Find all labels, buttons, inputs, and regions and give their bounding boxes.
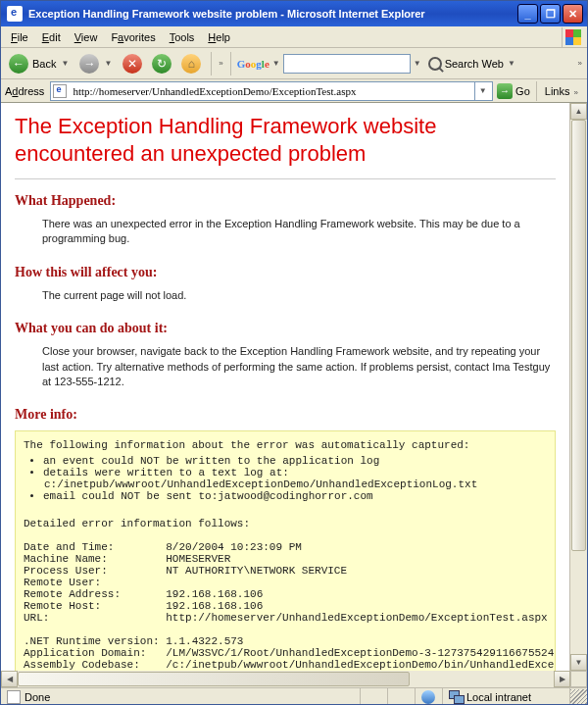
scroll-left-button[interactable]: ◀ [1, 671, 18, 687]
info-bullet-sub: c:/inetpub/wwwroot/UnhandledExceptionDem… [43, 478, 477, 490]
info-bullet: details were written to a text log at: [43, 467, 547, 478]
scroll-thumb[interactable] [18, 672, 410, 686]
security-zone: Local intranet [466, 691, 531, 703]
address-label: Address [5, 85, 46, 97]
menu-file[interactable]: File [5, 29, 34, 45]
scroll-up-button[interactable]: ▲ [570, 103, 587, 120]
vertical-scrollbar[interactable]: ▲ ▼ [570, 103, 587, 671]
heading-what-happened: What Happened: [15, 193, 556, 209]
scroll-thumb[interactable] [571, 120, 586, 551]
menu-view[interactable]: View [69, 29, 104, 45]
globe-icon [421, 690, 435, 704]
home-icon: ⌂ [181, 54, 201, 74]
heading-what-to-do: What you can do about it: [15, 321, 556, 336]
stop-icon: ✕ [122, 54, 142, 74]
home-button[interactable]: ⌂ [177, 51, 205, 76]
resize-grip[interactable] [570, 689, 587, 706]
info-intro: The following information about the erro… [24, 439, 547, 451]
close-button[interactable]: ✕ [563, 4, 583, 24]
heading-more-info: More info: [15, 407, 556, 423]
search-web-label: Search Web [445, 58, 504, 70]
scrollbar-corner [570, 671, 587, 687]
content-viewport: The Exception Handling Framework website… [1, 103, 570, 687]
info-bullet-list: an event could NOT be written to the app… [43, 455, 547, 502]
search-icon [428, 57, 442, 71]
page-icon [53, 84, 67, 98]
search-web-button[interactable]: Search Web ▼ [424, 55, 520, 73]
divider [15, 178, 556, 179]
refresh-button[interactable]: ↻ [148, 51, 175, 76]
links-chevron-icon[interactable]: » [573, 88, 579, 97]
back-arrow-icon: ← [9, 54, 28, 74]
address-field[interactable]: ▼ [50, 81, 493, 101]
search-web-dropdown-icon[interactable]: ▼ [507, 59, 516, 68]
address-input[interactable] [71, 84, 470, 98]
forward-dropdown-icon[interactable]: ▼ [103, 59, 113, 68]
info-fields-block-1: Date and Time: 8/20/2004 10:23:09 PM Mac… [24, 541, 547, 624]
info-detail-heading: Detailed error information follows: [24, 518, 547, 529]
menu-edit[interactable]: Edit [36, 29, 67, 45]
stop-button[interactable]: ✕ [119, 51, 146, 76]
horizontal-scrollbar[interactable]: ◀ ▶ [1, 671, 587, 687]
scroll-track[interactable] [570, 120, 587, 654]
refresh-icon: ↻ [152, 54, 172, 74]
heading-affect: How this will affect you: [15, 265, 556, 280]
go-arrow-icon: → [497, 83, 513, 99]
back-label: Back [32, 58, 56, 70]
body-affect: The current page will not load. [42, 288, 556, 303]
status-text: Done [24, 691, 50, 703]
ie-icon [7, 6, 23, 22]
google-input-dropdown-icon[interactable]: ▼ [413, 59, 422, 68]
links-label: Links [545, 85, 570, 97]
toolbar-separator [536, 81, 537, 101]
toolbar-chevron-icon[interactable]: » [218, 59, 223, 68]
window-title: Exception Handling Framework website pro… [28, 8, 425, 20]
menu-tools[interactable]: Tools [164, 29, 201, 45]
google-dropdown-icon[interactable]: ▼ [271, 59, 281, 68]
title-bar: Exception Handling Framework website pro… [1, 1, 587, 26]
back-button[interactable]: ← Back ▼ [5, 51, 74, 76]
address-dropdown-icon[interactable]: ▼ [474, 82, 490, 100]
toolbar-overflow-icon[interactable]: » [577, 59, 583, 68]
forward-button[interactable]: → ▼ [75, 51, 117, 76]
windows-logo-icon [562, 27, 583, 47]
toolbar-separator [211, 52, 212, 76]
google-logo: Google [237, 58, 270, 70]
body-what-to-do: Close your browser, navigate back to the… [42, 344, 556, 389]
address-bar: Address ▼ → Go Links » [1, 79, 587, 103]
info-bullet: an event could NOT be written to the app… [43, 455, 547, 467]
status-bar: Done Local intranet [1, 687, 587, 705]
network-icon [449, 690, 463, 704]
toolbar: ← Back ▼ → ▼ ✕ ↻ ⌂ » Google ▼ ▼ Search W… [1, 48, 587, 79]
google-search-input[interactable] [283, 54, 411, 74]
page-title: The Exception Handling Framework website… [15, 113, 556, 167]
body-what-happened: There was an unexpected error in the Exc… [42, 217, 556, 247]
scroll-right-button[interactable]: ▶ [554, 671, 570, 687]
info-bullet: email could NOT be sent to:jatwood@codin… [43, 490, 547, 502]
scroll-track[interactable] [18, 671, 554, 687]
back-dropdown-icon[interactable]: ▼ [60, 59, 70, 68]
links-button[interactable]: Links » [541, 83, 583, 99]
go-label: Go [515, 85, 530, 97]
menu-help[interactable]: Help [202, 29, 236, 45]
menu-favorites[interactable]: Favorites [105, 29, 161, 45]
go-button[interactable]: → Go [497, 83, 530, 99]
minimize-button[interactable]: _ [517, 4, 538, 24]
document-icon [7, 690, 21, 704]
info-box: The following information about the erro… [15, 430, 556, 687]
maximize-button[interactable]: ❐ [540, 4, 561, 24]
scroll-down-button[interactable]: ▼ [570, 654, 587, 671]
menu-bar: File Edit View Favorites Tools Help [1, 26, 587, 48]
forward-arrow-icon: → [79, 54, 99, 74]
toolbar-separator [230, 52, 231, 76]
